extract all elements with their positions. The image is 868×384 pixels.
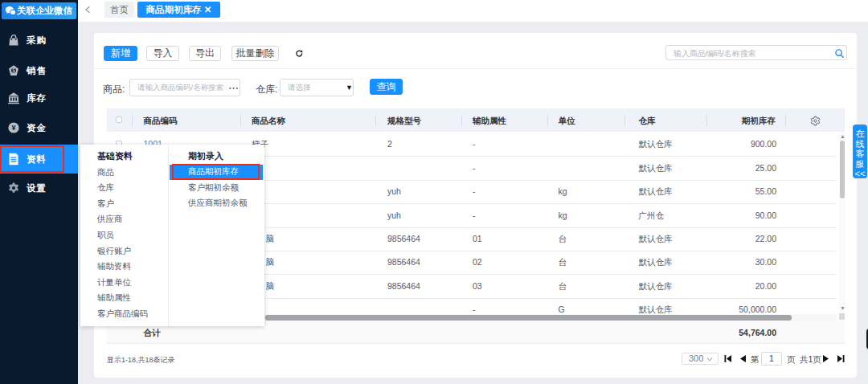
svg-text:$: $ <box>12 67 15 73</box>
svg-text:¥: ¥ <box>11 124 15 132</box>
